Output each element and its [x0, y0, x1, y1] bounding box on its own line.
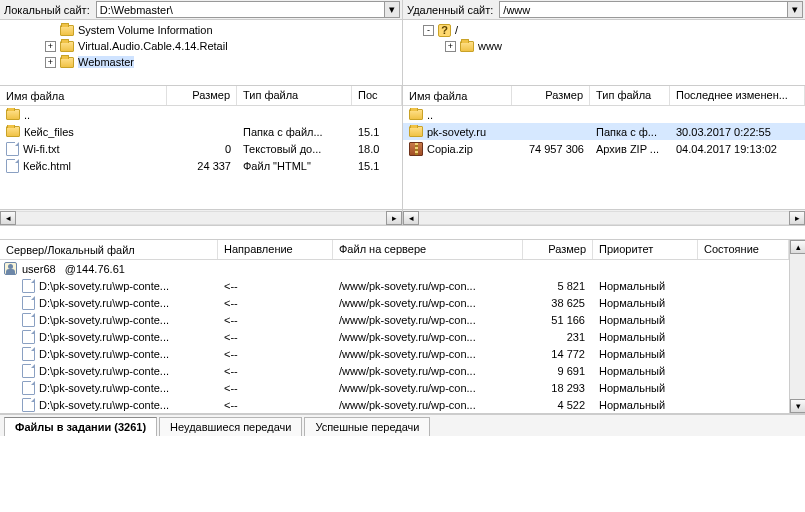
scroll-left-icon[interactable]: ◂	[0, 211, 16, 225]
queue-row[interactable]: D:\pk-sovety.ru\wp-conte...<--/www/pk-so…	[0, 379, 789, 396]
local-pane: Локальный сайт: D:\Webmaster\ ▾ System V…	[0, 0, 403, 85]
queue-local: D:\pk-sovety.ru\wp-conte...	[39, 331, 169, 343]
col-type[interactable]: Тип файла	[237, 86, 352, 105]
col-name[interactable]: Имя файла	[403, 86, 512, 105]
file-row[interactable]: Кейс_filesПапка с файл...15.1	[0, 123, 402, 140]
queue-direction: <--	[218, 348, 333, 360]
col-name[interactable]: Имя файла	[0, 86, 167, 105]
chevron-down-icon[interactable]: ▾	[384, 2, 399, 17]
queue-direction: <--	[218, 331, 333, 343]
col-direction[interactable]: Направление	[218, 240, 333, 259]
queue-remote: /www/pk-sovety.ru/wp-con...	[333, 348, 523, 360]
file-row[interactable]: Кейс.html24 337Файл "HTML"15.1	[0, 157, 402, 174]
file-row[interactable]: Wi-fi.txt0Текстовый до...18.0	[0, 140, 402, 157]
queue-size: 14 772	[523, 348, 593, 360]
file-date: 30.03.2017 0:22:55	[670, 125, 805, 139]
file-row[interactable]: ..	[0, 106, 402, 123]
queue-direction: <--	[218, 297, 333, 309]
local-file-list[interactable]: ..Кейс_filesПапка с файл...15.1Wi-fi.txt…	[0, 106, 402, 209]
tree-item[interactable]: -?/	[403, 22, 805, 38]
file-type: Папка с файл...	[237, 125, 352, 139]
file-size	[167, 131, 237, 133]
queue-row[interactable]: D:\pk-sovety.ru\wp-conte...<--/www/pk-so…	[0, 277, 789, 294]
queue-row[interactable]: D:\pk-sovety.ru\wp-conte...<--/www/pk-so…	[0, 396, 789, 413]
horizontal-scrollbar[interactable]: ◂ ▸	[403, 209, 805, 225]
col-type[interactable]: Тип файла	[590, 86, 670, 105]
col-remote[interactable]: Файл на сервере	[333, 240, 523, 259]
queue-priority: Нормальный	[593, 314, 698, 326]
queue-row[interactable]: D:\pk-sovety.ru\wp-conte...<--/www/pk-so…	[0, 345, 789, 362]
tab-queued[interactable]: Файлы в задании (3261)	[4, 417, 157, 436]
queue-direction: <--	[218, 314, 333, 326]
col-date[interactable]: Пос	[352, 86, 402, 105]
queue-row[interactable]: D:\pk-sovety.ru\wp-conte...<--/www/pk-so…	[0, 328, 789, 345]
tree-item-label: Virtual.Audio.Cable.4.14.Retail	[78, 40, 228, 52]
file-row[interactable]: pk-sovety.ruПапка с ф...30.03.2017 0:22:…	[403, 123, 805, 140]
col-date[interactable]: Последнее изменен...	[670, 86, 805, 105]
file-date: 15.1	[352, 159, 402, 173]
queue-local: D:\pk-sovety.ru\wp-conte...	[39, 280, 169, 292]
queue-local: D:\pk-sovety.ru\wp-conte...	[39, 314, 169, 326]
remote-site-label: Удаленный сайт:	[405, 4, 499, 16]
tree-item[interactable]: +Virtual.Audio.Cable.4.14.Retail	[0, 38, 402, 54]
queue-size: 9 691	[523, 365, 593, 377]
col-size[interactable]: Размер	[167, 86, 237, 105]
remote-pane: Удаленный сайт: /www ▾ -?/+www	[403, 0, 805, 85]
tab-success[interactable]: Успешные передачи	[304, 417, 430, 436]
queue-size: 38 625	[523, 297, 593, 309]
local-tree: System Volume Information+Virtual.Audio.…	[0, 20, 402, 85]
remote-file-header: Имя файла Размер Тип файла Последнее изм…	[403, 86, 805, 106]
scroll-right-icon[interactable]: ▸	[789, 211, 805, 225]
col-size[interactable]: Размер	[512, 86, 590, 105]
col-priority[interactable]: Приоритет	[593, 240, 698, 259]
unknown-icon: ?	[438, 24, 451, 37]
expander-icon[interactable]: +	[445, 41, 456, 52]
tree-item-label: www	[478, 40, 502, 52]
queue-row[interactable]: D:\pk-sovety.ru\wp-conte...<--/www/pk-so…	[0, 362, 789, 379]
tree-item[interactable]: +Webmaster	[0, 54, 402, 70]
file-name: Кейс_files	[24, 126, 74, 138]
vertical-scrollbar[interactable]: ▴ ▾	[789, 240, 805, 413]
queue-priority: Нормальный	[593, 280, 698, 292]
file-date: 04.04.2017 19:13:02	[670, 142, 805, 156]
file-type	[590, 114, 670, 116]
queue-list[interactable]: user68 @144.76.61D:\pk-sovety.ru\wp-cont…	[0, 260, 789, 413]
tab-failed[interactable]: Неудавшиеся передачи	[159, 417, 302, 436]
queue-host-row[interactable]: user68 @144.76.61	[0, 260, 789, 277]
tree-item[interactable]: +www	[403, 38, 805, 54]
horizontal-scrollbar[interactable]: ◂ ▸	[0, 209, 402, 225]
scroll-up-icon[interactable]: ▴	[790, 240, 805, 254]
scroll-right-icon[interactable]: ▸	[386, 211, 402, 225]
local-path-input[interactable]: D:\Webmaster\ ▾	[96, 1, 400, 18]
col-local[interactable]: Сервер/Локальный файл	[0, 240, 218, 259]
remote-path-input[interactable]: /www ▾	[499, 1, 803, 18]
queue-remote: /www/pk-sovety.ru/wp-con...	[333, 331, 523, 343]
expander-icon[interactable]: +	[45, 57, 56, 68]
queue-user: user68	[22, 263, 56, 275]
file-row[interactable]: Copia.zip74 957 306Архив ZIP ...04.04.20…	[403, 140, 805, 157]
folder-icon	[6, 109, 20, 120]
file-type: Файл "HTML"	[237, 159, 352, 173]
queue-row[interactable]: D:\pk-sovety.ru\wp-conte...<--/www/pk-so…	[0, 311, 789, 328]
folder-icon	[60, 25, 74, 36]
queue-size: 231	[523, 331, 593, 343]
queue-local: D:\pk-sovety.ru\wp-conte...	[39, 382, 169, 394]
queue-local: D:\pk-sovety.ru\wp-conte...	[39, 297, 169, 309]
file-icon	[22, 296, 35, 310]
expander-icon[interactable]: +	[45, 41, 56, 52]
file-row[interactable]: ..	[403, 106, 805, 123]
chevron-down-icon[interactable]: ▾	[787, 2, 802, 17]
expander-icon[interactable]: -	[423, 25, 434, 36]
queue-row[interactable]: D:\pk-sovety.ru\wp-conte...<--/www/pk-so…	[0, 294, 789, 311]
scroll-left-icon[interactable]: ◂	[403, 211, 419, 225]
col-size[interactable]: Размер	[523, 240, 593, 259]
col-state[interactable]: Состояние	[698, 240, 789, 259]
folder-icon	[60, 57, 74, 68]
queue-local: D:\pk-sovety.ru\wp-conte...	[39, 348, 169, 360]
tree-item[interactable]: System Volume Information	[0, 22, 402, 38]
remote-file-list[interactable]: ..pk-sovety.ruПапка с ф...30.03.2017 0:2…	[403, 106, 805, 209]
queue-priority: Нормальный	[593, 382, 698, 394]
queue-remote: /www/pk-sovety.ru/wp-con...	[333, 280, 523, 292]
scroll-down-icon[interactable]: ▾	[790, 399, 805, 413]
remote-tree: -?/+www	[403, 20, 805, 85]
